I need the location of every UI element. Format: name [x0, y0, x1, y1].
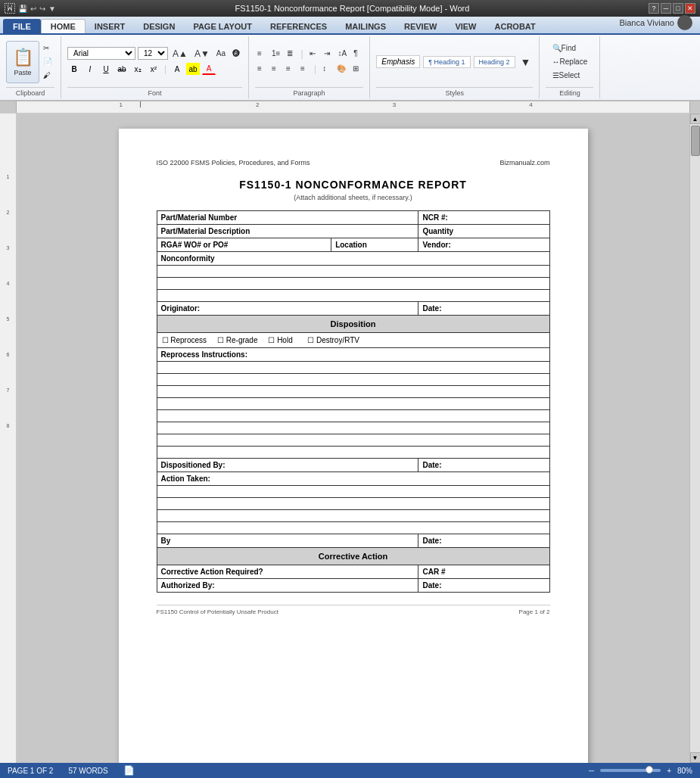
cut-button[interactable]: ✂	[41, 42, 54, 54]
ruler-mark-2: 2	[256, 101, 259, 108]
numbering-button[interactable]: 1≡	[269, 48, 282, 60]
table-row	[157, 266, 549, 278]
table-row: By Date:	[157, 534, 549, 548]
main-area: 123 45 67 8 ISO 22000 FSMS Policies, Pro…	[0, 114, 700, 763]
table-row	[157, 522, 549, 534]
bullets-button[interactable]: ≡	[255, 48, 267, 60]
table-row	[157, 510, 549, 522]
destroy-checkbox[interactable]: ☐ Destroy/RTV	[307, 336, 359, 344]
quick-undo[interactable]: ↩	[30, 5, 36, 13]
underline-button[interactable]: U	[99, 63, 113, 75]
italic-button[interactable]: I	[83, 63, 97, 75]
styles-more-button[interactable]: ▼	[518, 56, 534, 68]
reprocess-instructions-label: Reprocess Instructions:	[157, 348, 549, 362]
highlight-button[interactable]: ab	[186, 63, 200, 75]
vertical-ruler: 123 45 67 8	[0, 114, 17, 763]
zoom-thumb[interactable]	[646, 766, 653, 773]
bold-button[interactable]: B	[67, 63, 81, 75]
copy-button[interactable]: 📄	[41, 56, 54, 68]
font-color-button[interactable]: A	[202, 63, 216, 75]
style-heading1[interactable]: ¶ Heading 1	[423, 56, 470, 68]
font-group-label: Font	[67, 87, 242, 97]
tab-home[interactable]: HOME	[41, 19, 86, 33]
authorized-by-label: Authorized By:	[157, 579, 418, 593]
tab-design[interactable]: DESIGN	[134, 20, 184, 33]
dispositioned-by-label: Dispositioned By:	[157, 459, 418, 472]
tab-view[interactable]: VIEW	[446, 20, 485, 33]
increase-indent-button[interactable]: ⇥	[322, 48, 334, 60]
line-spacing-button[interactable]: ↕	[320, 63, 332, 75]
replace-button[interactable]: ↔ Replace	[550, 56, 590, 68]
table-row	[157, 486, 549, 498]
paste-icon: 📋	[13, 48, 33, 67]
select-button[interactable]: ☰ Select	[550, 70, 583, 82]
find-button[interactable]: 🔍 Find	[550, 42, 578, 54]
shading-button[interactable]: 🎨	[334, 63, 348, 75]
style-emphasis[interactable]: Emphasis	[376, 55, 420, 68]
sort-button[interactable]: ↕A	[336, 48, 350, 60]
layout-icon[interactable]: 📄	[123, 765, 135, 776]
scroll-down-button[interactable]: ▼	[690, 752, 701, 763]
subscript-button[interactable]: x₂	[131, 63, 145, 75]
location-label: Location	[331, 238, 418, 252]
strikethrough-button[interactable]: ab	[115, 63, 129, 75]
tab-acrobat[interactable]: ACROBAT	[486, 20, 545, 33]
styles-group: Emphasis ¶ Heading 1 Heading 2 ▼ Styles	[370, 36, 540, 98]
style-heading2[interactable]: Heading 2	[474, 56, 515, 68]
title-bar: 🇼 💾 ↩ ↪ ▼ FS1150-1 Nonconformance Report…	[0, 0, 700, 17]
nonconformity-label: Nonconformity	[157, 252, 549, 266]
align-center-button[interactable]: ≡	[269, 63, 282, 75]
table-row	[157, 447, 549, 459]
text-effect-button[interactable]: A	[170, 63, 184, 75]
ribbon-tab-bar: FILE HOME INSERT DESIGN PAGE LAYOUT REFE…	[0, 17, 700, 35]
hold-checkbox[interactable]: ☐ Hold	[268, 336, 292, 344]
tab-page-layout[interactable]: PAGE LAYOUT	[184, 20, 261, 33]
table-row: Nonconformity	[157, 252, 549, 266]
v-ruler-marks: 123 45 67 8	[0, 174, 16, 428]
scroll-thumb[interactable]	[691, 126, 700, 156]
change-case-button[interactable]: Aa	[214, 48, 228, 60]
quick-redo[interactable]: ↪	[39, 5, 45, 13]
tab-mailings[interactable]: MAILINGS	[336, 20, 395, 33]
user-menu[interactable]: Bianca Viviano	[611, 12, 700, 33]
align-left-button[interactable]: ≡	[255, 63, 267, 75]
quick-save[interactable]: 💾	[18, 5, 27, 13]
footer-left: FS1150 Control of Potentially Unsafe Pro…	[157, 608, 278, 615]
document-subtitle: (Attach additional sheets, if necessary.…	[157, 194, 550, 201]
superscript-button[interactable]: x²	[147, 63, 160, 75]
font-shrink-button[interactable]: A▼	[192, 48, 212, 60]
scroll-up-button[interactable]: ▲	[690, 114, 701, 124]
zoom-in-button[interactable]: +	[667, 767, 671, 775]
multilevel-button[interactable]: ≣	[285, 48, 297, 60]
font-grow-button[interactable]: A▲	[170, 48, 190, 60]
paragraph-group: ≡ 1≡ ≣ | ⇤ ⇥ ↕A ¶ ≡ ≡ ≡ ≡ | ↕ 🎨 ⊞ Paragr…	[249, 36, 370, 98]
tab-review[interactable]: REVIEW	[395, 20, 446, 33]
ruler-indent-marker[interactable]	[140, 101, 141, 107]
table-row	[157, 410, 549, 422]
tab-references[interactable]: REFERENCES	[261, 20, 336, 33]
font-group: Arial 12 A▲ A▼ Aa 🅐 B I U ab x₂ x² | A a…	[61, 36, 249, 98]
table-row: Part/Material Number NCR #:	[157, 211, 549, 225]
paste-button[interactable]: 📋 Paste	[6, 41, 39, 83]
show-formatting-button[interactable]: ¶	[351, 48, 363, 60]
vertical-scrollbar[interactable]: ▲ ▼	[689, 114, 700, 763]
part-desc-label: Part/Material Description	[157, 225, 418, 238]
tab-file[interactable]: FILE	[3, 19, 41, 33]
ruler-mark-3: 3	[393, 101, 396, 108]
decrease-indent-button[interactable]: ⇤	[307, 48, 319, 60]
zoom-slider[interactable]	[600, 769, 661, 772]
quick-more[interactable]: ▼	[48, 5, 56, 13]
zoom-out-button[interactable]: ─	[589, 767, 594, 775]
page-count: PAGE 1 OF 2	[8, 767, 53, 775]
table-row: Authorized By: Date:	[157, 579, 549, 593]
clear-format-button[interactable]: 🅐	[230, 48, 242, 60]
align-right-button[interactable]: ≡	[284, 63, 296, 75]
regrade-checkbox[interactable]: ☐ Re-grade	[217, 336, 257, 344]
justify-button[interactable]: ≡	[298, 63, 310, 75]
reprocess-checkbox[interactable]: ☐ Reprocess	[162, 336, 207, 344]
font-size-select[interactable]: 12	[138, 47, 168, 60]
borders-button[interactable]: ⊞	[350, 63, 362, 75]
format-painter-button[interactable]: 🖌	[41, 70, 54, 82]
font-name-select[interactable]: Arial	[67, 47, 135, 60]
tab-insert[interactable]: INSERT	[86, 20, 134, 33]
